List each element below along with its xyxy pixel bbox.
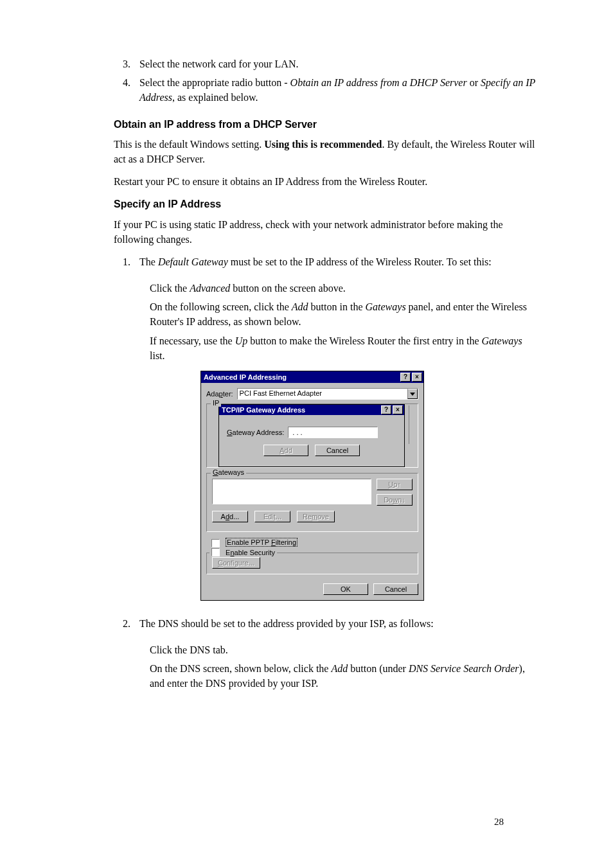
mid1-a: The xyxy=(139,256,158,267)
adapter-row: Adapter: PCI Fast Ethernet Adapter xyxy=(206,388,418,400)
heading-obtain-dhcp: Obtain an IP address from a DHCP Server xyxy=(114,117,536,132)
ip-group-label: IP xyxy=(211,399,221,407)
sub-cancel-button[interactable]: Cancel xyxy=(315,445,360,456)
pptp-checkbox[interactable] xyxy=(211,539,220,547)
ordered-list-bot: The DNS should be set to the address pro… xyxy=(114,616,536,631)
sub-c1: If necessary, use the xyxy=(150,335,235,346)
tcpip-gateway-subdialog: TCP/IP Gateway Address ? × Gateway Addre… xyxy=(218,404,405,467)
gateways-remove-button[interactable]: Remove xyxy=(297,511,335,522)
sub-help-button[interactable]: ? xyxy=(381,405,391,414)
sub-a: Click the Advanced button on the screen … xyxy=(150,281,536,296)
gateways-group-label: Gateways xyxy=(211,468,246,476)
help-button[interactable]: ? xyxy=(400,373,411,382)
cancel-button[interactable]: Cancel xyxy=(373,583,418,595)
bsb3: button (under xyxy=(348,663,409,674)
para-dhcp-2: Restart your PC to ensure it obtains an … xyxy=(114,174,536,189)
list-item-bot-2: The DNS should be set to the address pro… xyxy=(133,616,536,631)
para-spec-1: If your PC is using static IP address, c… xyxy=(114,217,536,247)
para-dhcp-1: This is the default Windows setting. Usi… xyxy=(114,137,536,166)
sub-c4: Gateways xyxy=(482,335,522,346)
sublist-mid: Click the Advanced button on the screen … xyxy=(150,281,536,363)
li3-text: Select the network card for your LAN. xyxy=(139,58,298,69)
titlebar-sub-text: TCP/IP Gateway Address xyxy=(222,406,305,414)
bsb2: Add xyxy=(331,663,348,674)
mid1-b: Default Gateway xyxy=(158,256,228,267)
sub-a1: Click the xyxy=(150,283,190,294)
titlebar-sub: TCP/IP Gateway Address ? × xyxy=(219,405,404,415)
sub-c5: list. xyxy=(150,350,165,361)
titlebar-main: Advanced IP Addressing ? × xyxy=(201,371,423,383)
bsb4: DNS Service Search Order xyxy=(409,663,519,674)
li4-c: or xyxy=(467,77,481,88)
sub-a2: Advanced xyxy=(190,283,230,294)
sub-close-button[interactable]: × xyxy=(393,405,403,414)
dialog-body: Adapter: PCI Fast Ethernet Adapter IP TC… xyxy=(201,383,423,583)
sub-b1: On the following screen, click the xyxy=(150,301,292,312)
bsb1: On the DNS screen, shown below, click th… xyxy=(150,663,331,674)
sub-button-row: Add Cancel xyxy=(227,445,396,456)
dialog-ok-row: OK Cancel xyxy=(201,583,423,600)
adapter-combo[interactable]: PCI Fast Ethernet Adapter xyxy=(237,388,418,400)
down-button[interactable]: Down↓ xyxy=(377,494,413,506)
dhcp-1a: This is the default Windows setting. xyxy=(114,139,264,150)
combo-dropdown-button[interactable] xyxy=(407,389,418,399)
sub-c2: Up xyxy=(235,335,248,346)
list-item-4: Select the appropriate radio button - Ob… xyxy=(133,75,536,105)
dhcp-1b: Using this is recommended xyxy=(264,139,382,150)
gateway-address-row: Gateway Address: . . . xyxy=(227,427,396,438)
list-item-3: Select the network card for your LAN. xyxy=(133,57,536,71)
up-button[interactable]: Up↑ xyxy=(377,479,413,490)
list-item-mid-1: The Default Gateway must be set to the I… xyxy=(133,254,536,269)
gateways-add-button[interactable]: Add... xyxy=(212,511,248,522)
li4-b: Obtain an IP address from a DHCP Server xyxy=(290,77,467,88)
bot-sub-b: On the DNS screen, shown below, click th… xyxy=(150,661,536,691)
bot2-text: The DNS should be set to the address pro… xyxy=(139,618,434,629)
gateways-listbox[interactable] xyxy=(212,479,371,504)
page-number: 28 xyxy=(494,815,504,829)
heading-specify-ip: Specify an IP Address xyxy=(114,197,536,211)
close-button[interactable]: × xyxy=(412,373,422,382)
gateways-button-row: Add... Edit... Remove xyxy=(212,511,413,522)
sub-b4: Gateways xyxy=(366,301,406,312)
gateways-group: Gateways Up↑ Down↓ Add... Edit... Remove xyxy=(206,473,418,532)
scrollbar-icon xyxy=(409,405,416,444)
sub-add-button[interactable]: Add xyxy=(263,445,308,456)
gateway-address-input[interactable]: . . . xyxy=(288,427,378,438)
configure-button[interactable]: Configure... xyxy=(212,557,260,569)
li4-e: , as explained below. xyxy=(172,92,258,103)
titlebar-main-text: Advanced IP Addressing xyxy=(204,373,287,381)
bot-sub-a: Click the DNS tab. xyxy=(150,642,536,657)
sub-b3: button in the xyxy=(308,301,366,312)
mid1-c: must be set to the IP address of the Wir… xyxy=(228,256,492,267)
sub-c3: button to make the Wireless Router the f… xyxy=(247,335,481,346)
li4-a: Select the appropriate radio button - xyxy=(139,77,290,88)
ok-button[interactable]: OK xyxy=(323,583,368,595)
gateways-edit-button[interactable]: Edit... xyxy=(254,511,290,522)
sub-b2: Add xyxy=(292,301,308,312)
sublist-bot: Click the DNS tab. On the DNS screen, sh… xyxy=(150,642,536,691)
adapter-label: Adapter: xyxy=(206,390,233,398)
ordered-list-top: Select the network card for your LAN. Se… xyxy=(114,57,536,105)
sub-b: On the following screen, click the Add b… xyxy=(150,299,536,329)
pptp-label: Enable PPTP Filtering xyxy=(226,538,298,547)
sub-c: If necessary, use the Up button to make … xyxy=(150,333,536,363)
gateway-address-label: Gateway Address: xyxy=(227,429,284,436)
security-checkbox[interactable] xyxy=(211,548,220,556)
adapter-value: PCI Fast Ethernet Adapter xyxy=(238,389,407,399)
security-group: Enable Security Configure... xyxy=(206,553,418,574)
ip-addresses-group: IP TCP/IP Gateway Address ? × Gateway Ad… xyxy=(206,403,418,468)
security-group-label: Enable Security xyxy=(209,548,277,556)
sub-a3: button on the screen above. xyxy=(230,283,346,294)
page: Select the network card for your LAN. Se… xyxy=(0,0,613,868)
ordered-list-mid: The Default Gateway must be set to the I… xyxy=(114,254,536,269)
figure-advanced-ip-dialog: Advanced IP Addressing ? × Adapter: PCI … xyxy=(200,371,424,601)
chevron-down-icon xyxy=(410,393,415,396)
